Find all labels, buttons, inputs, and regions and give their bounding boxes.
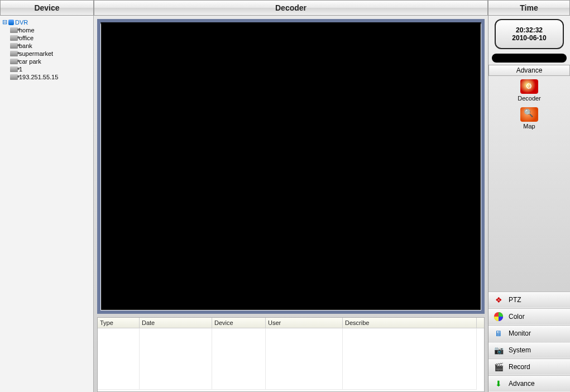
monitor-label: Monitor	[509, 329, 531, 337]
tree-root[interactable]: ⊟ DVR	[2, 18, 91, 26]
tree-root-label: DVR	[15, 19, 28, 26]
advance-icon: ⬇	[493, 378, 504, 389]
decoder-tool-label: Decoder	[518, 95, 541, 102]
system-icon: 📷	[493, 345, 504, 356]
advance-tools: Decoder Map	[488, 76, 570, 133]
map-tool-icon[interactable]	[520, 107, 538, 122]
header-time: Time	[488, 0, 570, 16]
camera-icon	[10, 59, 18, 64]
advance-header: Advance	[488, 65, 570, 76]
status-bar	[492, 54, 567, 63]
clock-time: 20:32:32	[516, 26, 543, 34]
header-device: Device	[0, 0, 94, 16]
log-cell	[343, 328, 477, 390]
record-icon: 🎬	[493, 361, 504, 372]
monitor-icon: 🖥	[493, 328, 504, 339]
log-header: Type Date Device User Describe	[98, 318, 484, 328]
camera-icon	[10, 43, 18, 49]
decoder-tool-icon[interactable]	[520, 79, 538, 94]
col-date[interactable]: Date	[140, 318, 212, 328]
tree-item-label: 193.251.55.15	[19, 74, 58, 80]
tree-item-office[interactable]: office	[2, 34, 91, 42]
record-button[interactable]: 🎬 Record	[488, 358, 570, 375]
device-tree-panel: ⊟ DVR home office bank supermarket car p…	[0, 16, 94, 392]
tree-item-carpark[interactable]: car park	[2, 58, 91, 65]
clock-display: 20:32:32 2010-06-10	[495, 19, 564, 49]
tree-item-supermarket[interactable]: supermarket	[2, 50, 91, 58]
tree-item-home[interactable]: home	[2, 26, 91, 34]
col-user[interactable]: User	[266, 318, 343, 328]
col-device[interactable]: Device	[212, 318, 266, 328]
video-frame	[97, 19, 485, 314]
camera-icon	[10, 66, 18, 72]
ptz-icon: ❖	[493, 294, 504, 305]
tree-item-label: car park	[19, 58, 41, 65]
record-label: Record	[509, 363, 530, 371]
tree-item-label: 1	[19, 66, 22, 73]
ptz-label: PTZ	[509, 296, 521, 304]
tree-item-label: office	[19, 35, 33, 41]
color-button[interactable]: Color	[488, 308, 570, 325]
col-scroll	[477, 318, 485, 328]
color-icon	[493, 311, 504, 322]
dvr-icon	[8, 20, 14, 25]
tree-item-label: bank	[19, 42, 32, 49]
minus-icon[interactable]: ⊟	[2, 18, 7, 26]
tree-item-bank[interactable]: bank	[2, 42, 91, 50]
center-panel: Type Date Device User Describe	[94, 16, 488, 392]
video-viewport[interactable]	[100, 22, 481, 310]
col-type[interactable]: Type	[98, 318, 140, 328]
log-table: Type Date Device User Describe	[97, 317, 485, 392]
log-cell	[98, 328, 140, 390]
log-cell	[212, 328, 266, 390]
clock-date: 2010-06-10	[512, 34, 546, 42]
right-panel: 20:32:32 2010-06-10 Advance Decoder Map …	[488, 16, 570, 392]
log-cell	[140, 328, 212, 390]
camera-icon	[10, 27, 18, 33]
advance-button[interactable]: ⬇ Advance	[488, 375, 570, 392]
log-cell	[266, 328, 343, 390]
camera-icon	[10, 51, 18, 56]
tree-item-ip[interactable]: 193.251.55.15	[2, 73, 91, 81]
monitor-button[interactable]: 🖥 Monitor	[488, 325, 570, 342]
tree-item-label: home	[19, 27, 35, 34]
col-describe[interactable]: Describe	[343, 318, 477, 328]
system-button[interactable]: 📷 System	[488, 342, 570, 358]
tree-item-label: supermarket	[19, 50, 53, 57]
system-label: System	[509, 346, 531, 354]
log-body	[98, 328, 484, 390]
tree-item-1[interactable]: 1	[2, 65, 91, 73]
map-tool-label: Map	[523, 123, 535, 130]
camera-icon	[10, 35, 18, 41]
header-decoder: Decoder	[94, 0, 488, 16]
color-label: Color	[509, 313, 525, 321]
advance-label: Advance	[509, 380, 535, 388]
ptz-button[interactable]: ❖ PTZ	[488, 291, 570, 308]
camera-icon	[10, 74, 18, 80]
